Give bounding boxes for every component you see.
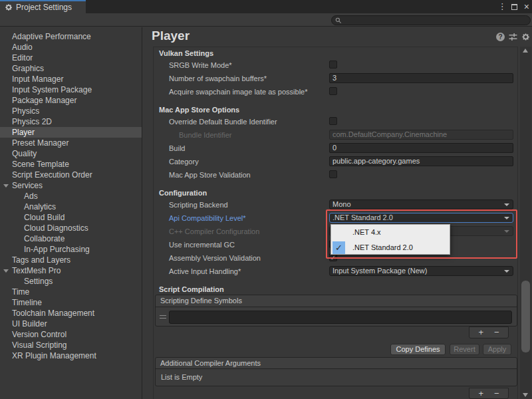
mac-app-store-validation-checkbox[interactable] — [329, 170, 337, 178]
active-input-handling-dropdown[interactable]: Input System Package (New) — [329, 266, 513, 276]
sidebar-item-editor[interactable]: Editor — [0, 53, 142, 63]
remove-item-button[interactable]: − — [494, 327, 499, 338]
scripting-backend-dropdown[interactable]: Mono — [329, 200, 513, 209]
define-symbol-input[interactable] — [169, 311, 512, 324]
sidebar-item-physics-2d[interactable]: Physics 2D — [0, 116, 142, 127]
titlebar: Project Settings ⋮ × — [0, 0, 532, 13]
sidebar-item-quality[interactable]: Quality — [0, 148, 142, 159]
scroll-up-icon[interactable] — [523, 49, 528, 53]
label-scripting-backend: Scripting Backend — [169, 199, 228, 211]
sidebar: Adaptive PerformanceAudioEditorGraphicsI… — [0, 27, 142, 399]
kebab-menu-icon[interactable]: ⋮ — [498, 0, 505, 13]
apply-button[interactable]: Apply — [483, 344, 511, 355]
sidebar-item-label: Package Manager — [12, 96, 76, 105]
sidebar-item-adaptive-performance[interactable]: Adaptive Performance — [0, 31, 142, 42]
setting-row-active-input-handling: Active Input Handling*Input System Packa… — [153, 265, 518, 277]
sidebar-item-audio[interactable]: Audio — [0, 42, 142, 53]
sidebar-item-label: Visual Scripting — [12, 340, 67, 350]
scripting-define-symbols-header: Scripting Define Symbols — [156, 295, 517, 307]
sidebar-item-label: Timeline — [12, 298, 42, 307]
additional-compiler-arguments-box: Additional Compiler Arguments List is Em… — [155, 357, 517, 386]
sidebar-item-ads[interactable]: Ads — [0, 191, 142, 201]
add-item-button[interactable]: + — [478, 388, 483, 398]
sidebar-item-settings[interactable]: Settings — [0, 276, 142, 287]
add-item-button[interactable]: + — [478, 327, 483, 338]
sidebar-item-xr-plugin-management[interactable]: XR Plugin Management — [0, 350, 142, 361]
sidebar-item-preset-manager[interactable]: Preset Manager — [0, 138, 142, 148]
sidebar-item-textmesh-pro[interactable]: TextMesh Pro — [0, 265, 142, 276]
foldout-icon[interactable] — [3, 269, 9, 273]
gear-icon[interactable] — [521, 33, 530, 41]
scroll-down-icon[interactable] — [523, 393, 528, 397]
sidebar-item-label: Collaborate — [24, 234, 65, 243]
drag-handle-icon[interactable] — [160, 315, 166, 319]
revert-button[interactable]: Revert — [450, 344, 479, 355]
sidebar-item-label: TextMesh Pro — [12, 266, 61, 275]
copy-defines-button[interactable]: Copy Defines — [390, 344, 446, 355]
sidebar-item-label: Script Execution Order — [12, 170, 92, 180]
sidebar-item-label: Version Control — [12, 330, 66, 339]
tab-project-settings[interactable]: Project Settings — [0, 0, 86, 13]
sidebar-item-label: Input System Package — [12, 85, 92, 94]
sidebar-item-player[interactable]: Player — [0, 127, 142, 138]
sidebar-item-graphics[interactable]: Graphics — [0, 63, 142, 74]
search-input[interactable] — [344, 17, 517, 24]
sidebar-item-label: Preset Manager — [12, 138, 68, 148]
sidebar-item-label: UI Builder — [12, 319, 47, 329]
scrollbar-thumb[interactable] — [521, 281, 530, 352]
sidebar-item-toolchain-management[interactable]: Toolchain Management — [0, 308, 142, 319]
sidebar-item-script-execution-order[interactable]: Script Execution Order — [0, 170, 142, 180]
project-settings-window: Project Settings ⋮ × Adaptive Performanc… — [0, 0, 532, 399]
sidebar-item-tags-and-layers[interactable]: Tags and Layers — [0, 255, 142, 265]
help-icon[interactable]: ? — [496, 33, 505, 41]
label-c-compiler-configuration: C++ Compiler Configuration — [169, 225, 259, 237]
label-use-incremental-gc: Use incremental GC — [169, 239, 235, 251]
maximize-icon[interactable] — [511, 4, 517, 10]
sidebar-item-label: Settings — [24, 277, 53, 286]
bundle-identifier-field[interactable]: com.DefaultCompany.Cinemachine — [329, 130, 513, 140]
search-field[interactable] — [331, 15, 531, 25]
sidebar-item-label: XR Plugin Management — [12, 351, 96, 360]
sidebar-item-version-control[interactable]: Version Control — [0, 329, 142, 340]
foldout-icon[interactable] — [3, 184, 9, 188]
preset-icon[interactable] — [509, 33, 517, 41]
setting-row-bundle-identifier: Bundle Identifiercom.DefaultCompany.Cine… — [153, 129, 518, 141]
sidebar-item-scene-template[interactable]: Scene Template — [0, 159, 142, 170]
popup-option-net-4-x[interactable]: .NET 4.x — [331, 225, 450, 240]
override-default-bundle-identifier-checkbox[interactable] — [329, 117, 337, 125]
api-compatibility-level-dropdown[interactable]: .NET Standard 2.0 — [329, 213, 513, 223]
sidebar-item-package-manager[interactable]: Package Manager — [0, 95, 142, 106]
sidebar-item-services[interactable]: Services — [0, 180, 142, 191]
sidebar-item-cloud-diagnostics[interactable]: Cloud Diagnostics — [0, 223, 142, 233]
setting-row-mac-app-store-validation: Mac App Store Validation — [153, 169, 518, 181]
sidebar-item-physics[interactable]: Physics — [0, 106, 142, 116]
number-of-swapchain-buffers-field[interactable]: 3 — [329, 73, 513, 83]
sidebar-item-analytics[interactable]: Analytics — [0, 201, 142, 212]
sidebar-item-label: Cloud Build — [24, 213, 65, 222]
sidebar-item-label: In-App Purchasing — [24, 245, 90, 254]
sidebar-item-input-system-package[interactable]: Input System Package — [0, 84, 142, 95]
srgb-write-mode-checkbox[interactable] — [329, 61, 337, 68]
vertical-scrollbar[interactable] — [520, 47, 531, 399]
category-field[interactable]: public.app-category.games — [329, 156, 513, 166]
sidebar-item-in-app-purchasing[interactable]: In-App Purchasing — [0, 244, 142, 255]
sidebar-item-input-manager[interactable]: Input Manager — [0, 74, 142, 84]
close-icon[interactable]: × — [524, 0, 529, 13]
remove-item-button[interactable]: − — [494, 388, 499, 398]
sidebar-item-cloud-build[interactable]: Cloud Build — [0, 212, 142, 223]
sidebar-item-collaborate[interactable]: Collaborate — [0, 233, 142, 244]
sidebar-item-label: Tags and Layers — [12, 255, 70, 265]
build-field[interactable]: 0 — [329, 143, 513, 153]
sidebar-item-visual-scripting[interactable]: Visual Scripting — [0, 340, 142, 350]
additional-compiler-arguments-header: Additional Compiler Arguments — [156, 358, 517, 369]
sidebar-item-time[interactable]: Time — [0, 287, 142, 297]
popup-option-net-standard-2-0[interactable]: .NET Standard 2.0 — [331, 240, 450, 255]
sidebar-item-label: Toolchain Management — [12, 309, 94, 318]
section-vulkan-settings: Vulkan Settings — [159, 48, 213, 59]
page-title: Player — [152, 29, 190, 43]
setting-row-category: Categorypublic.app-category.games — [153, 156, 518, 168]
sidebar-item-timeline[interactable]: Timeline — [0, 297, 142, 308]
acquire-swapchain-image-late-as-possible-checkbox[interactable] — [329, 87, 337, 95]
sidebar-item-ui-builder[interactable]: UI Builder — [0, 319, 142, 329]
sidebar-item-label: Scene Template — [12, 160, 69, 169]
